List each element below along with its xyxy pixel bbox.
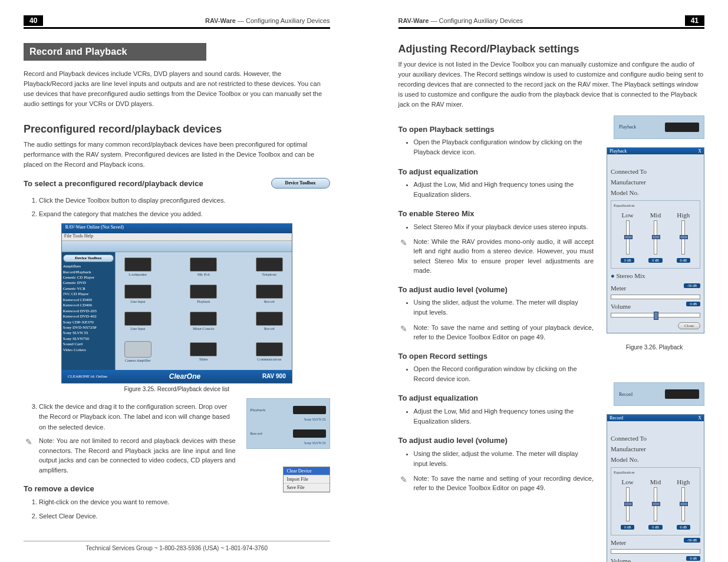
note-save-record: ✎ Note: To save the name and setting of … [398,474,594,493]
menu-item-save-file[interactable]: Save File [284,484,330,492]
product-model: RAV 900 [262,373,286,379]
status-text: CLEARONE id: Online [68,374,107,379]
tree-item[interactable]: Kenwood CD406 [63,303,114,308]
section-title-bar: Record and Playback [24,43,206,61]
note-connectors: ✎ Note: You are not limited to record an… [24,436,236,475]
device-icon[interactable] [293,429,326,438]
figure-caption-325: Figure 3.25. Record/Playback device list [24,386,330,392]
canvas-node[interactable]: Record [252,312,287,330]
list-item: Click the Device Toolbox button to displ… [39,196,330,206]
eq-slider-high[interactable]: High0 dB [671,210,695,265]
playback-icon-strip[interactable]: Playback [614,115,704,139]
canvas-node[interactable]: Communications [252,342,287,361]
page-41: RAV-Ware — Configuring Auxiliary Devices… [364,0,729,562]
label: Meter [611,539,626,546]
tree-item[interactable]: Amplifiers [63,264,114,269]
canvas-node[interactable]: Camera Amplifier [120,341,156,362]
tree-item[interactable]: Generic DVD [63,280,114,286]
figure-caption-326: Figure 3.26. Playback [604,344,704,351]
volume-value: 0 dB [686,556,700,561]
device-toolbox-tree[interactable]: Device Toolbox Amplifiers Record/Playbac… [62,252,116,370]
brand-logo: ClearOne [169,372,200,381]
note-icon: ✎ [24,436,34,475]
record-icon-strip[interactable]: Record [614,382,704,406]
page-header-left: 40 RAV-Ware — Configuring Auxiliary Devi… [24,15,330,29]
note-stereo-mix: ✎ Note: While the RAV provides mono-only… [398,237,594,276]
tree-item[interactable]: Generic CD Player [63,275,114,280]
canvas-node[interactable]: Telephone [252,257,287,276]
note-text: Note: To save the name and setting of yo… [414,323,594,342]
heading-to-remove: To remove a device [24,484,236,494]
tree-item[interactable]: Kenwood DVD-203 [63,309,114,314]
volume-slider[interactable] [611,313,700,318]
list-item: Expand the category that matches the dev… [39,209,330,220]
tree-item[interactable]: Kenwood CD400 [63,297,114,303]
canvas-node[interactable]: Mic Pod [186,257,221,276]
list-item: Right-click on the device you want to re… [39,497,236,508]
dialog-title: Record [610,415,623,421]
eq-slider-mid[interactable]: Mid0 dB [644,210,667,265]
device-caption: Sony SLVN 55 [251,441,326,445]
canvas-node[interactable]: Playback [186,285,221,303]
eq-slider-low[interactable]: Low0 dB [616,477,640,531]
tree-item[interactable]: Record/Playback [63,270,114,275]
label: Manufacturer [611,177,646,187]
tree-item[interactable]: Video Codecs [63,348,114,353]
tree-item[interactable]: Sony CDP-XE370 [63,320,114,325]
canvas-node[interactable]: Line Input [120,285,156,303]
menu-item-import-file[interactable]: Import File [284,475,330,484]
tree-item[interactable]: Sony SLVN750 [63,336,114,342]
device-icon [665,389,699,399]
running-head: RAV-Ware — Configuring Auxiliary Devices [398,17,685,24]
list-item: Select Stereo Mix if your playback devic… [414,222,594,232]
list-item: Using the slider, adjust the volume. The… [414,297,594,318]
page-header-right: RAV-Ware — Configuring Auxiliary Devices… [398,15,705,29]
list-item: Select Clear Device. [39,511,236,522]
tree-item[interactable]: Sony SLVN 55 [63,330,114,336]
heading-open-record: To open Record settings [398,352,594,361]
canvas-node[interactable]: Record [252,285,287,303]
section-intro: Record and Playback devices include VCRs… [24,69,330,109]
canvas-node[interactable]: Loudspeaker [120,257,156,276]
stereo-mix-radio[interactable]: Stereo Mix [611,271,700,281]
app-titlebar: RAV-Ware Online (Not Saved) [62,224,292,233]
canvas-node[interactable]: Line Input [120,312,156,330]
tree-item[interactable]: JVC CD Player [63,292,114,297]
record-dialog: RecordX Connected To Manufacturer Model … [607,414,704,562]
device-toolbox-button[interactable]: Device Toolbox [271,178,330,189]
list-item: Adjust the Low, Mid and High frequency t… [414,180,594,200]
eq-slider-mid[interactable]: Mid0 dB [644,477,667,531]
device-icon[interactable] [293,406,326,414]
app-status-bar: CLEARONE id: Online ClearOne RAV 900 [62,370,292,383]
note-icon: ✎ [398,237,409,276]
note-save-playback: ✎ Note: To save the name and setting of … [398,323,594,342]
menu-item-clear-device[interactable]: Clear Device [284,467,330,475]
note-icon: ✎ [398,474,409,493]
device-canvas[interactable]: Loudspeaker Mic Pod Telephone Line Input… [116,252,292,370]
label: Connected To [611,167,647,177]
label: Volume [611,303,631,310]
tree-item[interactable]: Kenwood DVD-402 [63,314,114,319]
eq-slider-low[interactable]: Low0 dB [616,210,640,265]
eq-slider-high[interactable]: High0 dB [671,477,695,531]
heading-adjust-eq-2: To adjust equalization [398,394,594,403]
canvas-node[interactable]: Mixer-Console [186,312,221,330]
tree-item[interactable]: Generic VCR [63,286,114,292]
page-number: 40 [24,15,43,26]
tree-item[interactable]: Sony DVD-NS725P [63,325,114,330]
tree-item[interactable]: Sound Card [63,342,114,347]
label: Model No. [611,455,639,465]
adjusting-intro: If your device is not listed in the Devi… [398,59,705,110]
label: Equalization [614,470,697,475]
meter-value: -50 dB [684,283,701,288]
context-menu[interactable]: Clear Device Import File Save File [283,467,330,492]
record-label: Record [619,392,633,397]
canvas-node[interactable]: Slides [186,342,221,361]
list-item: Open the Playback configuration window b… [414,137,594,157]
playback-record-icons: Playback Sony SLVN 55 Record Sony SLVN 5… [246,398,330,449]
device-caption: Sony SLVN 55 [251,418,326,421]
page-40: 40 RAV-Ware — Configuring Auxiliary Devi… [0,0,364,562]
close-icon[interactable]: X [698,148,701,154]
close-icon[interactable]: X [698,415,701,421]
close-button[interactable]: Close [678,322,700,329]
